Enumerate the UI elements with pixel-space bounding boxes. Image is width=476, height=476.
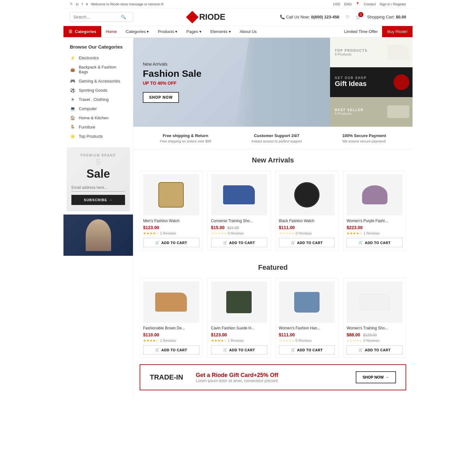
features-bar: Free shipping & Return Free shipping on … [133,127,413,150]
nav-categories[interactable]: Categories ▾ [121,26,153,37]
cart-icon-f4: 🛒 [359,348,363,352]
product-name-2: Converse Training Sho... [211,219,267,223]
top-bar-right: USD ENG 📍 Contact Sign in / Register [333,2,406,6]
gift-ideas-banner[interactable]: GET OUR SHOP Gift Ideas [330,67,413,97]
sidebar-item-bags[interactable]: Backpack & Fashion Bags [63,63,133,76]
trade-in-shop-now-button[interactable]: SHOP NOW → [356,371,396,383]
add-to-cart-btn-2[interactable]: 🛒 ADD TO CART [211,238,267,247]
add-to-cart-featured-1[interactable]: 🛒 ADD TO CART [143,345,199,354]
sidebar-item-sports[interactable]: Sporting Goods [63,86,133,95]
nav-elements[interactable]: Elements ▾ [206,26,235,37]
hero-subtitle: UP TO 40% OFF [143,81,202,86]
featured-stars-1: ★★★★☆ 1 Reviews [143,339,199,343]
currency-selector[interactable]: USD [333,2,340,6]
feature-shipping-title: Free shipping & Return [160,133,211,138]
cart-icon-1: 🛒 [155,241,160,245]
top-products-label: TOP PRODUCTS [335,49,367,52]
top-bar-left: 𝕏 in f 𝖕 Welcome to Riode store message … [70,2,164,6]
categories-menu-btn[interactable]: ☰ Categories [63,26,101,37]
linkedin-icon[interactable]: in [76,2,79,6]
wishlist-btn[interactable]: ♡ [346,15,349,19]
call-number[interactable]: 0(800) 123-456 [311,15,339,19]
contact-link[interactable]: Contact [364,2,376,6]
hero-tag: New Arrivals [143,62,202,67]
nav-products[interactable]: Products ▾ [153,26,182,37]
featured-price-1: $110.00 [143,332,199,337]
new-arrivals-section: New Arrivals Men's Fashion Watch $123.00… [133,150,413,257]
cart-btn[interactable]: 🛒 0 [356,15,361,19]
search-bar[interactable]: 🔍 [70,12,133,22]
nav-home[interactable]: Home [101,26,121,37]
featured-img-2 [211,281,267,323]
subscribe-button[interactable]: SUBSCRIBE → [71,195,125,205]
header-right: 📞 Call Us Now: 0(800) 123-456 ♡ 🛒 0 Shop… [280,15,406,19]
travel-icon [70,97,76,102]
main-layout: Browse Our Categories Electronics Backpa… [63,38,413,397]
add-to-cart-featured-4[interactable]: 🛒 ADD TO CART [347,345,403,354]
sidebar-item-top[interactable]: Top Products [63,132,133,141]
gift-ideas-title: Gift Ideas [335,80,367,88]
feature-shipping-desc: Free shipping on orders over $99 [160,139,211,143]
pinterest-icon[interactable]: 𝖕 [86,2,88,6]
gaming-icon [70,79,76,83]
main-content: New Arrivals Fashion Sale UP TO 40% OFF … [133,38,413,397]
add-to-cart-btn-3[interactable]: 🛒 ADD TO CART [279,238,335,247]
nav-right: Limited Time Offer Buy Riode! [340,26,413,37]
sidebar-item-computer[interactable]: Computer [63,104,133,113]
best-seller-banner[interactable]: BEST SELLER 6 Products [330,97,413,127]
top-bar: 𝕏 in f 𝖕 Welcome to Riode store message … [63,0,413,8]
search-input[interactable] [73,15,121,19]
promo-email-input[interactable] [71,184,125,192]
nav-limited-offer[interactable]: Limited Time Offer [340,26,382,37]
hero-banner: New Arrivals Fashion Sale UP TO 40% OFF … [133,38,330,127]
top-products-banner[interactable]: TOP PRODUCTS 6 Products [330,38,413,67]
product-name-4: Women's Purple Fashi... [347,219,403,223]
gift-ideas-label: GET OUR SHOP [335,76,367,80]
hero-text: New Arrivals Fashion Sale UP TO 40% OFF … [133,52,211,112]
sidebar-label-home: Home & Kitchen [79,116,109,120]
featured-card-3: Women's Fashion Han... $111.00 ☆☆☆☆☆ 0 R… [275,278,339,358]
nav-buy-riode[interactable]: Buy Riode! [382,26,413,37]
top-bar-message: Welcome to Riode store message or remove… [91,2,164,6]
menu-icon: ☰ [69,29,72,34]
hero-shop-now-button[interactable]: SHOP NOW [143,92,179,103]
add-to-cart-featured-3[interactable]: 🛒 ADD TO CART [279,345,335,354]
watch-image-2 [294,182,320,208]
logo[interactable]: RIODE [188,12,225,22]
language-selector[interactable]: ENG [344,2,352,6]
sidebar-item-furniture[interactable]: Furniture [63,122,133,132]
cart-icon-f3: 🛒 [291,348,296,352]
add-to-cart-btn-4[interactable]: 🛒 ADD TO CART [347,238,403,247]
bag-icon [70,67,76,72]
sidebar-label-electronics: Electronics [79,56,99,60]
sidebar-item-home[interactable]: Home & Kitchen [63,113,133,122]
sidebar-label-computer: Computer [79,106,97,111]
cart-icon-f2: 🛒 [223,348,228,352]
add-to-cart-btn-1[interactable]: 🛒 ADD TO CART [143,238,199,247]
product-price-4: $223.00 [347,225,403,230]
shoe-image-1 [223,185,255,204]
featured-card-2: Cavin Fashion Suede H... $123.00 ★★★★☆ 1… [208,278,271,358]
twitter-icon[interactable]: 𝕏 [70,2,73,6]
sidebar-item-gaming[interactable]: Gaming & Accessories [63,76,133,86]
nav-pages[interactable]: Pages ▾ [182,26,206,37]
sidebar-item-travel[interactable]: Travel . Clothing [63,95,133,104]
signin-link[interactable]: Sign in / Register [380,2,406,6]
add-to-cart-featured-2[interactable]: 🛒 ADD TO CART [211,345,267,354]
side-banners: TOP PRODUCTS 6 Products GET OUR SHOP Gif… [330,38,413,127]
promo-sale: Sale [71,167,125,181]
featured-stars-2: ★★★★☆ 1 Reviews [211,339,267,343]
location-icon: 📍 [355,2,360,6]
facebook-icon[interactable]: f [82,2,83,6]
cart-icon-2: 🛒 [223,241,228,245]
cart-total: Shopping Cart: $0.00 [367,15,406,19]
nav-about[interactable]: About Us [235,26,261,37]
feature-payment-desc: We ensure secure payment! [342,139,386,143]
featured-price-4: $88.00 $129.00 [347,332,403,337]
search-icon[interactable]: 🔍 [121,15,126,19]
sidebar-item-electronics[interactable]: Electronics [63,53,133,63]
product-img-3 [279,174,335,215]
watch-image-1 [158,182,184,208]
categories-label: Categories [75,29,96,34]
logo-text: RIODE [199,12,225,22]
